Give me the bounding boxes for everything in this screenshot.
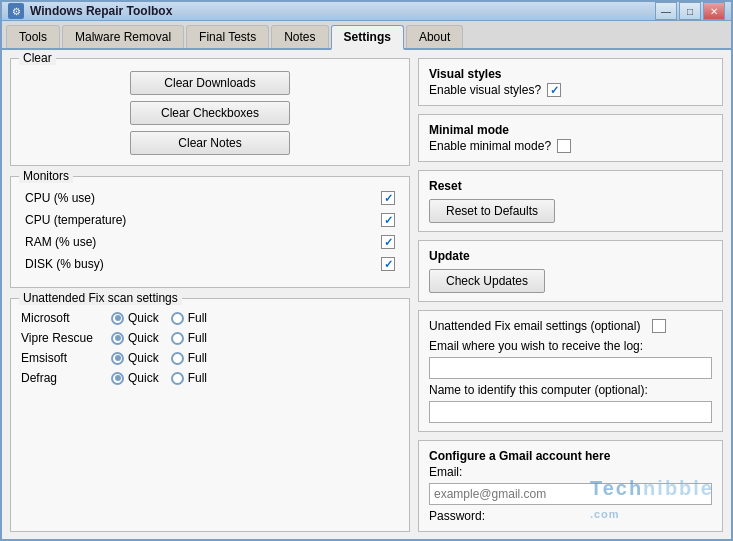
check-updates-button[interactable]: Check Updates — [429, 269, 545, 293]
defrag-quick-radio-btn[interactable] — [111, 372, 124, 385]
clear-downloads-button[interactable]: Clear Downloads — [130, 71, 290, 95]
microsoft-full-radio[interactable]: Full — [171, 311, 207, 325]
defrag-full-radio[interactable]: Full — [171, 371, 207, 385]
vipre-quick-radio[interactable]: Quick — [111, 331, 159, 345]
visual-styles-section: Visual styles Enable visual styles? — [418, 58, 723, 106]
scan-label-microsoft: Microsoft — [21, 311, 111, 325]
tech-nibble-watermark: Technibble.com — [590, 477, 714, 523]
email-log-label: Email where you wish to receive the log: — [429, 339, 712, 353]
scan-row-microsoft: Microsoft Quick Full — [21, 311, 399, 325]
unattended-email-row: Unattended Fix email settings (optional) — [429, 319, 712, 333]
scan-label-defrag: Defrag — [21, 371, 111, 385]
microsoft-quick-radio-btn[interactable] — [111, 312, 124, 325]
minimal-mode-row: Enable minimal mode? — [429, 139, 712, 153]
microsoft-full-radio-btn[interactable] — [171, 312, 184, 325]
reset-defaults-button[interactable]: Reset to Defaults — [429, 199, 555, 223]
visual-styles-label: Enable visual styles? — [429, 83, 541, 97]
tab-malware-removal[interactable]: Malware Removal — [62, 25, 184, 48]
right-panel: Visual styles Enable visual styles? Mini… — [418, 58, 723, 532]
visual-styles-checkbox[interactable] — [547, 83, 561, 97]
tab-notes[interactable]: Notes — [271, 25, 328, 48]
vipre-full-radio-btn[interactable] — [171, 332, 184, 345]
window-title: Windows Repair Toolbox — [30, 4, 655, 18]
email-log-input[interactable] — [429, 357, 712, 379]
unattended-email-label: Unattended Fix email settings (optional) — [429, 319, 640, 333]
visual-styles-row: Enable visual styles? — [429, 83, 712, 97]
emsisoft-quick-radio-btn[interactable] — [111, 352, 124, 365]
reset-section: Reset Reset to Defaults — [418, 170, 723, 232]
vipre-full-label: Full — [188, 331, 207, 345]
scan-label-vipre: Vipre Rescue — [21, 331, 111, 345]
close-button[interactable]: ✕ — [703, 2, 725, 20]
unattended-section-title: Unattended Fix scan settings — [19, 291, 182, 305]
gmail-section: Configure a Gmail account here Email: Pa… — [418, 440, 723, 532]
reset-title: Reset — [429, 179, 712, 193]
monitor-label-cpu-use: CPU (% use) — [25, 191, 95, 205]
scan-label-emsisoft: Emsisoft — [21, 351, 111, 365]
defrag-full-radio-btn[interactable] — [171, 372, 184, 385]
unattended-section: Unattended Fix scan settings Microsoft Q… — [10, 298, 410, 532]
left-panel: Clear Clear Downloads Clear Checkboxes C… — [10, 58, 410, 532]
vipre-full-radio[interactable]: Full — [171, 331, 207, 345]
unattended-email-checkbox[interactable] — [652, 319, 666, 333]
minimal-mode-checkbox[interactable] — [557, 139, 571, 153]
minimal-mode-label: Enable minimal mode? — [429, 139, 551, 153]
clear-section-title: Clear — [19, 51, 56, 65]
emsisoft-quick-radio[interactable]: Quick — [111, 351, 159, 365]
defrag-full-label: Full — [188, 371, 207, 385]
clear-checkboxes-button[interactable]: Clear Checkboxes — [130, 101, 290, 125]
monitors-section: Monitors CPU (% use) CPU (temperature) R… — [10, 176, 410, 288]
monitor-checkbox-disk[interactable] — [381, 257, 395, 271]
visual-styles-title: Visual styles — [429, 67, 712, 81]
update-title: Update — [429, 249, 712, 263]
update-section: Update Check Updates — [418, 240, 723, 302]
monitor-checkbox-ram[interactable] — [381, 235, 395, 249]
app-icon: ⚙ — [8, 3, 24, 19]
tab-tools[interactable]: Tools — [6, 25, 60, 48]
monitor-row-disk: DISK (% busy) — [21, 255, 399, 273]
emsisoft-full-label: Full — [188, 351, 207, 365]
tab-about[interactable]: About — [406, 25, 463, 48]
vipre-quick-label: Quick — [128, 331, 159, 345]
clear-notes-button[interactable]: Clear Notes — [130, 131, 290, 155]
minimal-mode-title: Minimal mode — [429, 123, 712, 137]
monitor-label-ram: RAM (% use) — [25, 235, 96, 249]
main-window: ⚙ Windows Repair Toolbox — □ ✕ Tools Mal… — [0, 0, 733, 541]
gmail-title: Configure a Gmail account here — [429, 449, 712, 463]
window-controls: — □ ✕ — [655, 2, 725, 20]
defrag-quick-radio[interactable]: Quick — [111, 371, 159, 385]
computer-name-input[interactable] — [429, 401, 712, 423]
tab-bar: Tools Malware Removal Final Tests Notes … — [2, 21, 731, 50]
monitor-label-disk: DISK (% busy) — [25, 257, 104, 271]
microsoft-quick-radio[interactable]: Quick — [111, 311, 159, 325]
monitor-row-ram: RAM (% use) — [21, 233, 399, 251]
monitor-row-cpu-use: CPU (% use) — [21, 189, 399, 207]
scan-row-vipre: Vipre Rescue Quick Full — [21, 331, 399, 345]
title-bar: ⚙ Windows Repair Toolbox — □ ✕ — [2, 2, 731, 21]
email-settings-section: Unattended Fix email settings (optional)… — [418, 310, 723, 432]
settings-content: Clear Clear Downloads Clear Checkboxes C… — [2, 50, 731, 540]
monitors-title: Monitors — [19, 169, 73, 183]
vipre-quick-radio-btn[interactable] — [111, 332, 124, 345]
scan-row-defrag: Defrag Quick Full — [21, 371, 399, 385]
microsoft-full-label: Full — [188, 311, 207, 325]
emsisoft-full-radio[interactable]: Full — [171, 351, 207, 365]
minimize-button[interactable]: — — [655, 2, 677, 20]
monitor-checkbox-cpu-temp[interactable] — [381, 213, 395, 227]
minimal-mode-section: Minimal mode Enable minimal mode? — [418, 114, 723, 162]
computer-name-label: Name to identify this computer (optional… — [429, 383, 712, 397]
maximize-button[interactable]: □ — [679, 2, 701, 20]
defrag-quick-label: Quick — [128, 371, 159, 385]
tab-final-tests[interactable]: Final Tests — [186, 25, 269, 48]
tab-settings[interactable]: Settings — [331, 25, 404, 50]
emsisoft-quick-label: Quick — [128, 351, 159, 365]
microsoft-quick-label: Quick — [128, 311, 159, 325]
clear-section: Clear Clear Downloads Clear Checkboxes C… — [10, 58, 410, 166]
monitor-label-cpu-temp: CPU (temperature) — [25, 213, 126, 227]
monitor-row-cpu-temp: CPU (temperature) — [21, 211, 399, 229]
scan-row-emsisoft: Emsisoft Quick Full — [21, 351, 399, 365]
emsisoft-full-radio-btn[interactable] — [171, 352, 184, 365]
monitor-checkbox-cpu-use[interactable] — [381, 191, 395, 205]
